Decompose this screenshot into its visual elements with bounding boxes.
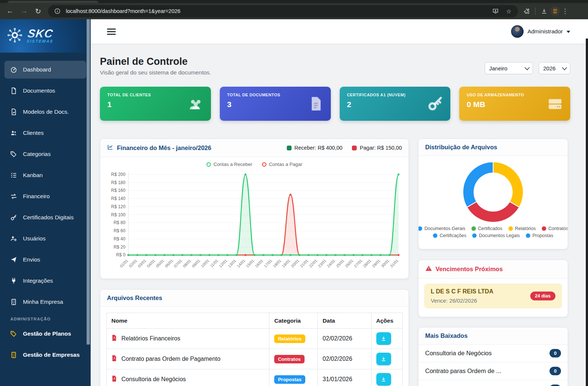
pagar-dot bbox=[352, 146, 357, 150]
browser-profile-avatar[interactable]: AG SO bbox=[550, 6, 560, 16]
user-avatar[interactable] bbox=[511, 25, 524, 38]
site-info-icon[interactable] bbox=[53, 6, 62, 16]
brand-logo: SKC SISTEMAS bbox=[0, 19, 91, 53]
svg-text:29/01: 29/01 bbox=[371, 259, 381, 268]
month-select[interactable]: Janeiro bbox=[485, 62, 533, 74]
sidebar-scrollbar[interactable] bbox=[87, 19, 90, 345]
hamburger-menu-icon[interactable] bbox=[107, 29, 116, 35]
file-date: 02/02/2026 bbox=[323, 335, 352, 342]
sidebar-item-documentos[interactable]: Documentos bbox=[4, 82, 86, 100]
expiration-item: L DE S C F REIS LTDA Vence: 26/02/2026 2… bbox=[424, 284, 562, 308]
forward-button[interactable]: → bbox=[18, 5, 30, 17]
download-count-badge: 0 bbox=[550, 367, 561, 375]
download-button[interactable] bbox=[376, 353, 391, 365]
file-distribution-donut-chart bbox=[424, 161, 562, 224]
download-button[interactable] bbox=[376, 332, 391, 345]
building-icon bbox=[10, 298, 17, 306]
downloads-icon[interactable] bbox=[539, 6, 549, 16]
back-button[interactable]: ← bbox=[4, 5, 16, 17]
svg-text:23/01: 23/01 bbox=[317, 259, 327, 268]
sidebar-item-modelos-de-docs[interactable]: Modelos de Docs. bbox=[4, 103, 86, 121]
app-root: SKC SISTEMAS DashboardDocumentosModelos … bbox=[0, 19, 588, 386]
svg-text:31/01: 31/01 bbox=[389, 259, 399, 268]
legend-item-contas-a-receber[interactable]: Contas a Receber bbox=[206, 162, 252, 167]
download-button[interactable] bbox=[376, 373, 391, 386]
svg-text:26/01: 26/01 bbox=[344, 259, 354, 268]
people-icon bbox=[10, 129, 17, 137]
category-badge: Propostas bbox=[274, 375, 305, 384]
svg-text:01/01: 01/01 bbox=[119, 259, 129, 268]
window-right-edge bbox=[586, 39, 588, 386]
svg-text:24/01: 24/01 bbox=[326, 259, 336, 268]
legend-dot bbox=[471, 226, 476, 231]
file-distribution-panel: Distribuição de Arquivos Documentos Gera… bbox=[418, 139, 568, 249]
svg-text:21/01: 21/01 bbox=[299, 259, 309, 268]
tags-icon bbox=[10, 150, 17, 158]
pdf-file-icon bbox=[111, 355, 118, 363]
donut-legend-item-certificados[interactable]: Certificados bbox=[471, 226, 503, 231]
svg-text:04/01: 04/01 bbox=[146, 259, 156, 268]
donut-legend-item-relatorios[interactable]: Relatórios bbox=[508, 226, 536, 231]
most-downloaded-title: Mais Baixados bbox=[425, 332, 468, 339]
donut-legend: Documentos GeraisCertificadosRelatóriosC… bbox=[424, 226, 562, 238]
chevron-down-icon bbox=[562, 65, 567, 70]
donut-chart-svg bbox=[424, 161, 562, 223]
svg-text:10/01: 10/01 bbox=[200, 259, 210, 268]
svg-text:03/01: 03/01 bbox=[137, 259, 147, 268]
sidebar-item-gestao-de-planos[interactable]: Gestão de Planos bbox=[4, 325, 86, 343]
svg-text:18/01: 18/01 bbox=[272, 259, 282, 268]
active-tab[interactable] bbox=[7, 1, 98, 3]
bookmark-star-icon[interactable]: ☆ bbox=[504, 6, 514, 16]
svg-text:12/01: 12/01 bbox=[218, 259, 228, 268]
sidebar-item-usuarios[interactable]: Usuários bbox=[4, 230, 86, 247]
extensions-puzzle-icon[interactable] bbox=[522, 6, 531, 16]
sidebar-item-categorias[interactable]: Categorias bbox=[4, 145, 86, 163]
legend-item-contas-a-pagar[interactable]: Contas a Pagar bbox=[262, 162, 302, 167]
sidebar-item-envios[interactable]: Envios bbox=[4, 251, 86, 269]
receber-dot bbox=[287, 146, 292, 150]
install-app-icon[interactable] bbox=[491, 6, 500, 16]
recent-files-panel: Arquivos Recentes NomeCategoriaDataAções… bbox=[100, 289, 409, 386]
svg-text:27/01: 27/01 bbox=[353, 259, 363, 268]
svg-text:28/01: 28/01 bbox=[362, 259, 372, 268]
donut-legend-item-certificacoes[interactable]: Certificações bbox=[433, 233, 466, 238]
svg-text:19/01: 19/01 bbox=[281, 259, 291, 268]
tab-strip bbox=[0, 0, 588, 3]
key-icon bbox=[10, 214, 17, 221]
sidebar: SKC SISTEMAS DashboardDocumentosModelos … bbox=[0, 19, 91, 386]
sidebar-item-kanban[interactable]: Kanban bbox=[4, 166, 86, 184]
sidebar-item-certificados-digitais[interactable]: Certificados Digitais bbox=[4, 209, 86, 226]
sidebar-nav: DashboardDocumentosModelos de Docs.Clien… bbox=[0, 61, 91, 311]
expirations-panel: Vencimentos Próximos L DE S C F REIS LTD… bbox=[418, 260, 568, 317]
svg-text:R$ 180: R$ 180 bbox=[111, 180, 125, 185]
svg-text:11/01: 11/01 bbox=[209, 259, 219, 268]
send-icon bbox=[10, 256, 17, 263]
sidebar-item-gestao-de-empresas[interactable]: Gestão de Empresas bbox=[4, 346, 86, 364]
sidebar-item-financeiro[interactable]: Financeiro bbox=[4, 187, 86, 205]
file-date: 31/01/2026 bbox=[323, 376, 352, 382]
table-row: Relatórios Financeiros Relatórios 02/02/… bbox=[107, 329, 403, 349]
address-bar[interactable]: localhost:8000/dashboard?month=1&year=20… bbox=[48, 5, 518, 17]
user-menu[interactable]: Administrador bbox=[511, 25, 570, 38]
donut-legend-item-documentos-legais[interactable]: Documentos Legais bbox=[472, 233, 520, 238]
donut-legend-item-documentos-gerais[interactable]: Documentos Gerais bbox=[418, 226, 466, 231]
sidebar-item-dashboard[interactable]: Dashboard bbox=[4, 61, 86, 79]
exchange-icon bbox=[10, 193, 17, 200]
svg-text:22/01: 22/01 bbox=[308, 259, 318, 268]
receber-summary: Receber: R$ 400,00 bbox=[287, 145, 343, 151]
browser-menu-icon[interactable]: ⋮ bbox=[561, 7, 569, 15]
reload-button[interactable]: ↻ bbox=[32, 5, 44, 17]
stat-card-total-de-clientes: TOTAL DE CLIENTES 1 bbox=[100, 87, 211, 121]
svg-text:14/01: 14/01 bbox=[236, 259, 246, 268]
main-area: Administrador Painel de Controle Visão g… bbox=[91, 19, 588, 386]
sidebar-item-minha-empresa[interactable]: Minha Empresa bbox=[4, 293, 86, 311]
year-select[interactable]: 2026 bbox=[539, 62, 570, 74]
donut-legend-item-contratos[interactable]: Contratos bbox=[542, 226, 568, 231]
building-icon bbox=[10, 351, 17, 359]
browser-toolbar: ← → ↻ localhost:8000/dashboard?month=1&y… bbox=[0, 3, 588, 19]
column-header-acoes: Ações bbox=[371, 313, 402, 329]
svg-text:05/01: 05/01 bbox=[155, 259, 165, 268]
sidebar-item-clientes[interactable]: Clientes bbox=[4, 124, 86, 142]
sidebar-item-integracoes[interactable]: Integrações bbox=[4, 272, 86, 290]
donut-legend-item-propostas[interactable]: Propostas bbox=[526, 233, 553, 238]
